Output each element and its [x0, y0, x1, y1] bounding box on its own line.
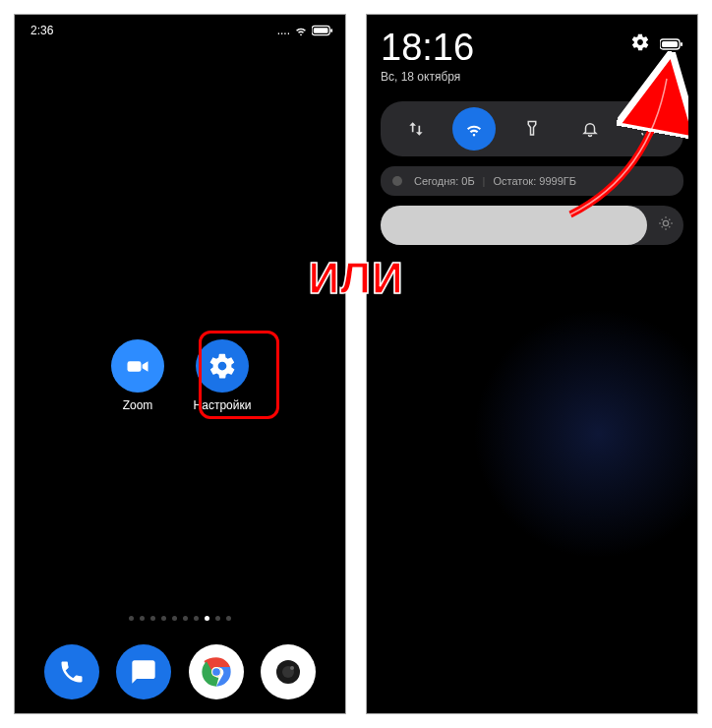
app-settings-label: Настройки	[194, 398, 252, 412]
gear-icon	[196, 339, 249, 393]
dock	[15, 644, 345, 699]
dock-chrome[interactable]	[189, 644, 244, 699]
gear-icon	[630, 32, 650, 52]
panel-date: Вс, 18 октября	[381, 70, 474, 84]
phone-icon	[58, 658, 86, 686]
chrome-icon	[195, 650, 238, 694]
data-usage-today: Сегодня: 0Б	[414, 175, 475, 187]
quick-settings-row	[381, 101, 683, 156]
data-usage-dot-icon	[392, 176, 402, 186]
data-usage-bar[interactable]: Сегодня: 0Б | Остаток: 9999ГБ	[381, 166, 683, 196]
flashlight-icon	[523, 120, 541, 138]
svg-rect-13	[681, 42, 682, 46]
qs-tile-sound[interactable]	[568, 107, 612, 151]
phone-left-homescreen: 2:36 .... Zoom Настройки	[14, 14, 346, 714]
bell-icon	[581, 120, 599, 138]
data-arrows-icon	[406, 119, 426, 139]
panel-settings-button[interactable]	[630, 32, 650, 56]
qs-tile-mobile-data[interactable]	[394, 107, 438, 151]
connector-or-label: ИЛИ	[308, 254, 403, 303]
svg-point-10	[290, 666, 294, 670]
app-settings[interactable]: Настройки	[189, 339, 256, 412]
wifi-icon	[464, 119, 484, 139]
chat-icon	[130, 658, 157, 686]
qs-tile-flashlight[interactable]	[510, 107, 554, 151]
home-apps-row: Zoom Настройки	[15, 339, 345, 412]
dock-messages[interactable]	[116, 644, 171, 699]
app-zoom-label: Zoom	[123, 398, 153, 412]
app-zoom[interactable]: Zoom	[104, 339, 171, 412]
battery-icon	[660, 38, 683, 50]
qs-tile-screenshot[interactable]	[626, 107, 670, 151]
brightness-slider[interactable]	[381, 206, 683, 245]
screenshot-icon	[639, 120, 657, 138]
dock-phone[interactable]	[44, 644, 99, 699]
svg-point-15	[663, 220, 668, 225]
svg-point-6	[212, 668, 220, 676]
dock-camera[interactable]	[261, 644, 316, 699]
video-icon	[111, 339, 164, 393]
brightness-fill	[381, 206, 647, 245]
camera-icon	[268, 652, 308, 692]
separator: |	[483, 175, 486, 187]
panel-time: 18:16	[381, 29, 474, 66]
panel-header: 18:16 Вс, 18 октября	[381, 29, 683, 84]
data-usage-remaining: Остаток: 9999ГБ	[493, 175, 575, 187]
qs-tile-wifi[interactable]	[452, 107, 496, 151]
brightness-sun-icon	[658, 215, 674, 235]
svg-rect-12	[662, 41, 678, 47]
phone-right-notification-panel: 18:16 Вс, 18 октября	[366, 14, 698, 714]
svg-rect-3	[128, 361, 142, 372]
page-indicator	[15, 616, 345, 621]
